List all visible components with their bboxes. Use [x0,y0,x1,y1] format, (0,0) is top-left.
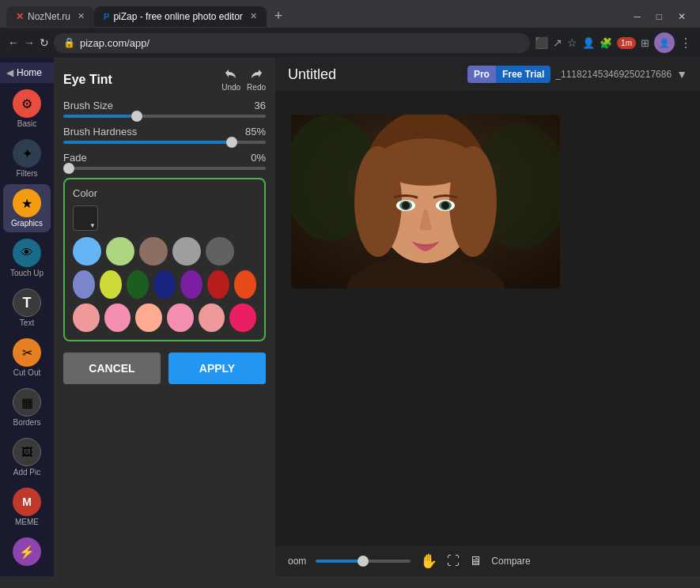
undo-redo-group: Undo Redo [221,67,266,92]
redo-icon [248,67,264,83]
color-swatch-blue[interactable] [73,237,101,266]
cast-icon[interactable]: ⬛ [535,36,548,49]
address-bar: ← → ↻ 🔒 ⬛ ↗ ☆ 👤 🧩 1m ⊞ 👤 ⋮ [0,28,700,58]
undo-button[interactable]: Undo [221,67,240,92]
sidebar-item-touchup[interactable]: 👁 Touch Up [3,234,51,282]
basic-label: Basic [17,119,36,128]
color-swatch-darkgreen[interactable] [127,270,149,299]
home-label: Home [17,67,42,78]
color-section-label: Color [73,187,256,199]
color-swatch-brown[interactable] [139,237,168,266]
brush-hardness-value: 85% [245,126,266,138]
cutout-icon: ✂ [13,338,41,367]
noznet-tab-label: NozNet.ru [28,11,70,22]
tab-pizap[interactable]: P piZap - free online photo editor ✕ [94,6,267,27]
fade-slider[interactable] [63,167,266,170]
sidebar-item-graphics[interactable]: ★ Graphics [3,184,51,232]
color-swatch-orange[interactable] [234,270,256,299]
tab-noznet[interactable]: ✕ NozNet.ru ✕ [6,6,94,27]
photo-container [291,115,560,288]
graphics-icon: ★ [13,189,41,217]
compare-button[interactable]: Compare [491,556,530,567]
color-swatch-darkred[interactable] [207,270,229,299]
sidebar-item-text[interactable]: T Text [3,284,51,332]
sidebar-item-cutout[interactable]: ✂ Cut Out [3,334,51,382]
color-swatch-indigo[interactable] [73,270,95,299]
browser-chrome: ✕ NozNet.ru ✕ P piZap - free online phot… [0,0,700,58]
zoom-slider[interactable] [316,560,411,563]
sidebar-item-extra[interactable]: ⚡ [3,533,51,572]
monitor-icon[interactable]: 🖥 [469,554,482,568]
addpic-icon: 🖼 [13,438,41,466]
maximize-button[interactable]: □ [649,8,670,25]
color-swatch-gray[interactable] [172,237,201,266]
back-button[interactable]: ← [8,36,19,49]
color-swatch-purple[interactable] [180,270,202,299]
meme-icon: M [13,488,41,516]
grid-icon[interactable]: ⊞ [641,37,649,49]
color-swatch-pink[interactable] [104,303,131,332]
color-section: Color ▼ [63,178,266,341]
dropdown-arrow-icon[interactable]: ▼ [676,68,687,81]
minimize-button[interactable]: ─ [626,8,649,25]
color-swatch-lime[interactable] [100,270,122,299]
filters-icon: ✦ [13,139,41,168]
color-swatch-mauve[interactable] [167,303,194,332]
sidebar-item-filters[interactable]: ✦ Filters [3,134,51,183]
cutout-label: Cut Out [13,368,40,377]
brush-hardness-label: Brush Hardness [63,126,137,138]
sidebar-item-basic[interactable]: ⚙ Basic [3,85,51,133]
control-panel: Eye Tint Undo Redo Brush Size 36 [54,58,275,576]
color-row-1 [73,237,256,266]
apply-button[interactable]: APPLY [168,352,266,384]
panel-header: Eye Tint Undo Redo [63,67,266,92]
color-swatch-salmon[interactable] [199,303,225,332]
reload-button[interactable]: ↻ [40,36,49,49]
brush-hardness-slider[interactable] [63,141,266,144]
color-swatch-darkblue[interactable] [153,270,176,299]
color-swatch-darkgray[interactable] [206,237,234,266]
text-label: Text [20,318,34,327]
touchup-label: Touch Up [10,269,44,277]
tab-close-noznet[interactable]: ✕ [78,11,85,21]
brush-hardness-group: Brush Hardness 85% [63,126,266,144]
text-icon: T [13,288,41,317]
address-input[interactable] [80,37,520,49]
sidebar-item-addpic[interactable]: 🖼 Add Pic [3,433,51,481]
new-tab-button[interactable]: + [267,5,291,28]
addpic-label: Add Pic [13,468,40,477]
forward-button[interactable]: → [24,36,35,49]
sidebar-item-borders[interactable]: ▦ Borders [3,383,51,432]
close-button[interactable]: ✕ [670,8,694,25]
color-swatch-green[interactable] [106,237,134,266]
chevron-left-icon: ◀ [6,67,13,78]
redo-button[interactable]: Redo [247,67,266,92]
brush-size-slider[interactable] [63,115,266,118]
sidebar-item-home[interactable]: ◀ Home [0,62,54,83]
hand-icon[interactable]: ✋ [420,552,437,570]
profile-icon[interactable]: 👤 [582,37,595,49]
sidebar-item-meme[interactable]: M MEME [3,483,51,531]
color-swatch-lightred[interactable] [73,303,100,332]
main-area: Untitled Pro Free Trial _111821453469250… [275,58,700,576]
color-row-3 [73,303,256,332]
profile-avatar[interactable]: 👤 [654,32,675,53]
bookmark-icon[interactable]: ☆ [567,36,577,49]
color-preview-container[interactable]: ▼ [73,205,98,231]
pro-free-badge[interactable]: Pro Free Trial [467,66,551,83]
cancel-button[interactable]: CANCEL [63,352,161,384]
filters-label: Filters [16,169,37,178]
menu-dots[interactable]: ⋮ [679,36,692,51]
fullscreen-icon[interactable]: ⛶ [447,554,460,568]
free-trial-label: Free Trial [496,66,551,83]
tab-close-pizap[interactable]: ✕ [250,11,257,21]
color-swatch-lightorange[interactable] [135,303,162,332]
color-row-2 [73,270,256,299]
address-container[interactable]: 🔒 [54,33,530,53]
extension-icon[interactable]: 🧩 [600,37,612,49]
color-swatch-hotpink[interactable] [229,303,256,332]
zoom-label: oom [288,556,306,567]
fade-label: Fade [63,152,87,164]
main-title: Untitled [288,66,336,83]
share-icon[interactable]: ↗ [553,36,562,49]
